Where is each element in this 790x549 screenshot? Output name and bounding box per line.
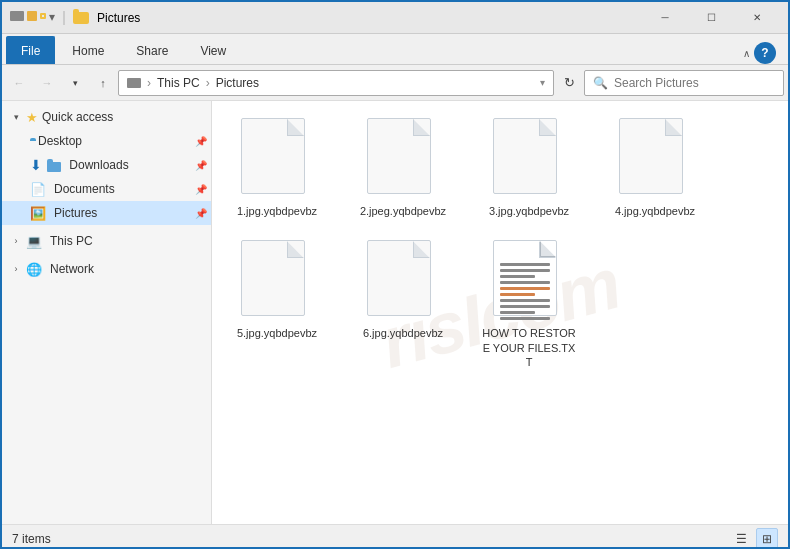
file-name: 5.jpg.yqbdpevbz bbox=[237, 326, 317, 340]
status-bar: 7 items ☰ ⊞ bbox=[2, 524, 788, 549]
forward-button[interactable]: → bbox=[34, 70, 60, 96]
help-button[interactable]: ? bbox=[754, 42, 776, 64]
content-area: risIcom 1.jpg.yqbdpevbz 2.jpeg.yqbdpevbz bbox=[212, 101, 788, 524]
file-page bbox=[493, 118, 557, 194]
path-pictures[interactable]: Pictures bbox=[216, 76, 259, 90]
network-label: Network bbox=[50, 262, 94, 276]
search-input[interactable] bbox=[614, 76, 775, 90]
file-item[interactable]: 1.jpg.yqbdpevbz bbox=[222, 111, 332, 225]
main-layout: ▾ ★ Quick access Desktop 📌 ⬇ Downloads 📌… bbox=[2, 101, 788, 524]
path-this-pc[interactable]: This PC bbox=[157, 76, 200, 90]
title-bar: ▾ Pictures ─ ☐ ✕ bbox=[2, 2, 788, 34]
title-bar-controls: ─ ☐ ✕ bbox=[642, 2, 780, 34]
maximize-button[interactable]: ☐ bbox=[688, 2, 734, 34]
sidebar: ▾ ★ Quick access Desktop 📌 ⬇ Downloads 📌… bbox=[2, 101, 212, 524]
file-item[interactable]: HOW TO RESTORE YOUR FILES.TXT bbox=[474, 233, 584, 376]
file-page bbox=[367, 118, 431, 194]
file-item[interactable]: 6.jpg.yqbdpevbz bbox=[348, 233, 458, 376]
tab-view[interactable]: View bbox=[185, 36, 241, 64]
title-bar-icon: ▾ bbox=[10, 11, 89, 25]
tab-share[interactable]: Share bbox=[121, 36, 183, 64]
this-pc-label: This PC bbox=[50, 234, 93, 248]
tab-home[interactable]: Home bbox=[57, 36, 119, 64]
file-item[interactable]: 5.jpg.yqbdpevbz bbox=[222, 233, 332, 376]
file-page bbox=[241, 240, 305, 316]
sidebar-item-downloads[interactable]: ⬇ Downloads 📌 bbox=[2, 153, 211, 177]
ribbon-chevron[interactable]: ∧ ? bbox=[735, 42, 784, 64]
file-icon bbox=[241, 240, 313, 320]
quick-access-star-icon: ★ bbox=[26, 110, 38, 125]
address-path[interactable]: › This PC › Pictures ▾ bbox=[118, 70, 554, 96]
up-button[interactable]: ↑ bbox=[90, 70, 116, 96]
path-dropdown-icon[interactable]: ▾ bbox=[540, 77, 545, 88]
recent-button[interactable]: ▾ bbox=[62, 70, 88, 96]
sidebar-item-quick-access[interactable]: ▾ ★ Quick access bbox=[2, 105, 211, 129]
path-separator-1: › bbox=[147, 76, 151, 90]
back-button[interactable]: ← bbox=[6, 70, 32, 96]
sidebar-item-network[interactable]: › 🌐 Network bbox=[2, 257, 211, 281]
file-page bbox=[367, 240, 431, 316]
sidebar-item-documents[interactable]: 📄 Documents 📌 bbox=[2, 177, 211, 201]
pictures-icon: 🖼️ bbox=[30, 206, 46, 221]
chevron-icon: ∧ bbox=[743, 48, 750, 59]
status-view-controls: ☰ ⊞ bbox=[730, 528, 778, 550]
search-box[interactable]: 🔍 bbox=[584, 70, 784, 96]
sidebar-item-desktop[interactable]: Desktop 📌 bbox=[2, 129, 211, 153]
close-button[interactable]: ✕ bbox=[734, 2, 780, 34]
downloads-folder-icon: ⬇ bbox=[30, 157, 61, 173]
pictures-label: Pictures bbox=[54, 206, 97, 220]
network-chevron: › bbox=[10, 264, 22, 274]
ribbon: File Home Share View ∧ ? bbox=[2, 34, 788, 65]
file-item[interactable]: 3.jpg.yqbdpevbz bbox=[474, 111, 584, 225]
file-item[interactable]: 4.jpg.yqbdpevbz bbox=[600, 111, 710, 225]
file-page-text bbox=[493, 240, 557, 316]
file-page bbox=[619, 118, 683, 194]
ribbon-tabs: File Home Share View ∧ ? bbox=[2, 34, 788, 64]
file-name: 2.jpeg.yqbdpevbz bbox=[360, 204, 446, 218]
minimize-button[interactable]: ─ bbox=[642, 2, 688, 34]
documents-icon: 📄 bbox=[30, 182, 46, 197]
file-page bbox=[241, 118, 305, 194]
file-name: 4.jpg.yqbdpevbz bbox=[615, 204, 695, 218]
file-name: HOW TO RESTORE YOUR FILES.TXT bbox=[481, 326, 577, 369]
file-icon bbox=[367, 240, 439, 320]
file-name: 3.jpg.yqbdpevbz bbox=[489, 204, 569, 218]
file-name: 6.jpg.yqbdpevbz bbox=[363, 326, 443, 340]
file-icon bbox=[367, 118, 439, 198]
file-name: 1.jpg.yqbdpevbz bbox=[237, 204, 317, 218]
window-title: Pictures bbox=[97, 11, 642, 25]
files-grid: 1.jpg.yqbdpevbz 2.jpeg.yqbdpevbz 3.jpg.y… bbox=[222, 111, 778, 376]
sidebar-item-pictures[interactable]: 🖼️ Pictures 📌 bbox=[2, 201, 211, 225]
file-icon bbox=[493, 240, 565, 320]
search-icon: 🔍 bbox=[593, 76, 608, 90]
tab-file[interactable]: File bbox=[6, 36, 55, 64]
quick-access-label: Quick access bbox=[42, 110, 113, 124]
file-item[interactable]: 2.jpeg.yqbdpevbz bbox=[348, 111, 458, 225]
documents-pin-icon: 📌 bbox=[195, 184, 207, 195]
desktop-pin-icon: 📌 bbox=[195, 136, 207, 147]
file-icon bbox=[619, 118, 691, 198]
network-icon: 🌐 bbox=[26, 262, 42, 277]
downloads-pin-icon: 📌 bbox=[195, 160, 207, 171]
pictures-pin-icon: 📌 bbox=[195, 208, 207, 219]
documents-label: Documents bbox=[54, 182, 115, 196]
item-count: 7 items bbox=[12, 532, 51, 546]
file-icon bbox=[493, 118, 565, 198]
sidebar-item-this-pc[interactable]: › 💻 This PC bbox=[2, 229, 211, 253]
view-details-button[interactable]: ☰ bbox=[730, 528, 752, 550]
desktop-label: Desktop bbox=[38, 134, 82, 148]
file-icon bbox=[241, 118, 313, 198]
quick-access-chevron: ▾ bbox=[10, 112, 22, 122]
path-separator-2: › bbox=[206, 76, 210, 90]
view-large-icons-button[interactable]: ⊞ bbox=[756, 528, 778, 550]
refresh-button[interactable]: ↻ bbox=[556, 70, 582, 96]
this-pc-icon: 💻 bbox=[26, 234, 42, 249]
address-bar: ← → ▾ ↑ › This PC › Pictures ▾ ↻ 🔍 bbox=[2, 65, 788, 101]
downloads-label: Downloads bbox=[69, 158, 128, 172]
this-pc-chevron: › bbox=[10, 236, 22, 246]
